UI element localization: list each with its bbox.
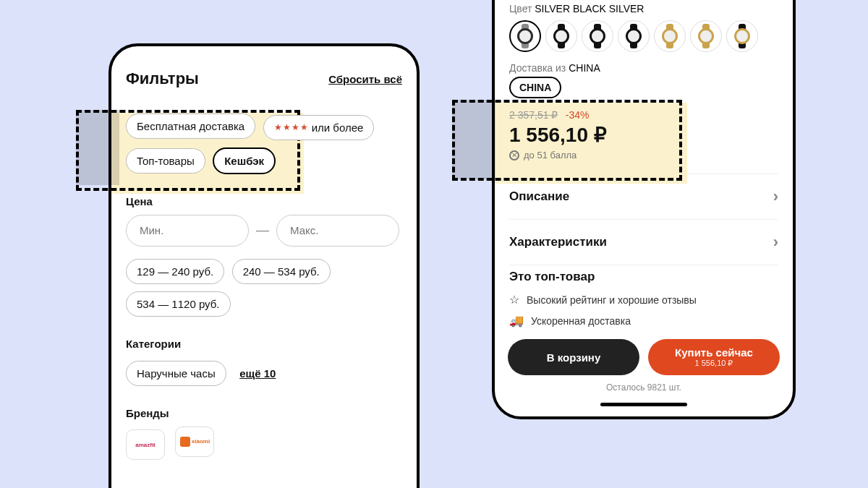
description-row[interactable]: Описание › — [509, 176, 778, 218]
highlight-extension-left — [76, 110, 119, 185]
truck-icon: 🚚 — [509, 314, 524, 328]
feature-row-shipping: 🚚 Ускоренная доставка — [509, 314, 778, 328]
buy-now-button[interactable]: Купить сейчас 1 556,10 ₽ — [648, 339, 780, 375]
brand-chip-xiaomi[interactable]: xiaomi — [175, 427, 214, 457]
specs-label: Характеристики — [509, 235, 607, 249]
phone-frame-product: Цвет SILVER BLACK SILVER Доставка из — [492, 0, 796, 419]
price-range-chip[interactable]: 129 — 240 руб. — [126, 259, 224, 284]
stock-remaining: Осталось 9821 шт. — [606, 382, 681, 393]
filters-title: Фильтры — [126, 69, 199, 88]
add-to-cart-button[interactable]: В корзину — [508, 339, 639, 375]
stars-icon: ★★★★ — [274, 122, 309, 132]
phone-frame-filters: Фильтры Сбросить всё Бесплатная доставка… — [109, 43, 420, 488]
color-swatch[interactable] — [545, 20, 577, 52]
chevron-right-icon: › — [773, 187, 778, 206]
ship-origin-chip[interactable]: CHINA — [509, 77, 561, 98]
chip-free-shipping[interactable]: Бесплатная доставка — [126, 114, 255, 139]
star-outline-icon: ☆ — [509, 293, 519, 307]
price-range-chip[interactable]: 240 — 534 руб. — [232, 259, 331, 284]
feature-row-rating: ☆ Высокий рейтинг и хорошие отзывы — [509, 293, 778, 307]
bonus-points: ✕ до 51 балла — [509, 150, 778, 160]
color-swatch[interactable] — [509, 20, 541, 52]
brands-section-label: Бренды — [126, 407, 402, 419]
range-dash: — — [256, 223, 269, 238]
price-max-input[interactable] — [276, 215, 399, 247]
color-swatch[interactable] — [690, 20, 722, 52]
price-block: 2 357,51 ₽ -34% 1 556,10 ₽ ✕ до 51 балла — [509, 108, 778, 160]
old-price: 2 357,51 ₽ — [509, 109, 558, 121]
home-indicator — [600, 403, 687, 406]
bonus-icon: ✕ — [509, 150, 519, 160]
reset-filters-link[interactable]: Сбросить всё — [328, 73, 402, 85]
chip-rating-label: или более — [312, 121, 364, 134]
color-swatch[interactable] — [654, 20, 686, 52]
highlight-extension-right — [452, 100, 495, 179]
chip-cashback[interactable]: Кешбэк — [213, 147, 276, 174]
shipping-from-label: Доставка из CHINA — [509, 62, 778, 74]
category-chip[interactable]: Наручные часы — [126, 361, 226, 386]
color-swatch[interactable] — [726, 20, 758, 52]
chip-rating[interactable]: ★★★★ или более — [263, 115, 375, 140]
categories-more-link[interactable]: ещё 10 — [239, 367, 276, 380]
price-range-chip[interactable]: 534 — 1120 руб. — [126, 291, 231, 317]
current-price: 1 556,10 ₽ — [509, 123, 778, 147]
color-swatch-row — [509, 20, 778, 52]
color-swatch[interactable] — [618, 20, 650, 52]
specs-row[interactable]: Характеристики › — [509, 221, 778, 263]
description-label: Описание — [509, 189, 569, 204]
color-variant-label: Цвет SILVER BLACK SILVER — [509, 3, 778, 14]
categories-section-label: Категории — [126, 338, 402, 350]
chip-top-goods[interactable]: Топ-товары — [126, 148, 205, 174]
top-product-heading: Это топ-товар — [509, 270, 778, 284]
price-min-input[interactable] — [126, 215, 249, 247]
brand-chip-amazfit[interactable]: amazfit — [126, 429, 165, 460]
price-section-label: Цена — [126, 195, 402, 207]
discount-badge: -34% — [566, 109, 590, 121]
chevron-right-icon: › — [773, 233, 778, 252]
color-swatch[interactable] — [582, 20, 613, 52]
